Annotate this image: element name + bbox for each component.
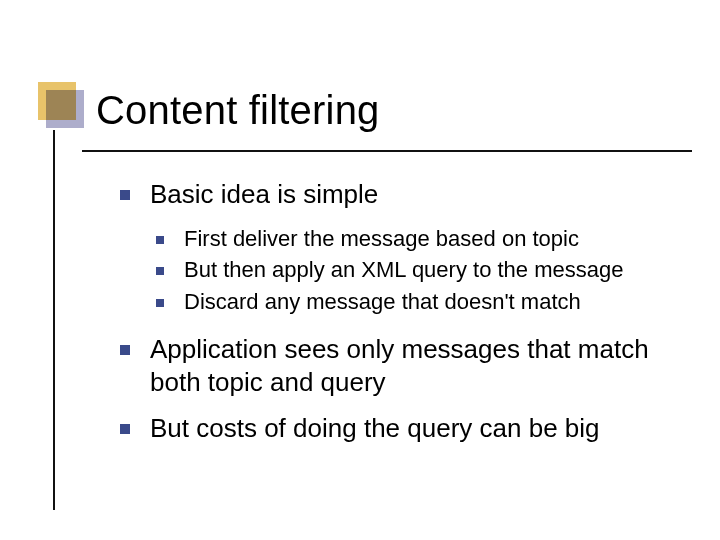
- square-bullet-icon: [120, 190, 130, 200]
- bullet-text: But costs of doing the query can be big: [150, 413, 600, 443]
- ornament-square-violet: [46, 90, 84, 128]
- slide-title: Content filtering: [96, 88, 380, 133]
- bullet-text: Application sees only messages that matc…: [150, 334, 649, 397]
- bullet-level1: But costs of doing the query can be big: [120, 412, 680, 445]
- bullet-level2: First deliver the message based on topic: [156, 225, 680, 253]
- corner-ornament: [38, 82, 82, 126]
- horizontal-rule: [82, 150, 692, 152]
- vertical-rule: [53, 130, 55, 510]
- square-bullet-icon: [156, 236, 164, 244]
- slide-body: Basic idea is simple First deliver the m…: [120, 178, 680, 459]
- bullet-text: But then apply an XML query to the messa…: [184, 257, 623, 282]
- square-bullet-icon: [156, 299, 164, 307]
- slide: Content filtering Basic idea is simple F…: [0, 0, 720, 540]
- bullet-text: First deliver the message based on topic: [184, 226, 579, 251]
- square-bullet-icon: [120, 345, 130, 355]
- bullet-level2: But then apply an XML query to the messa…: [156, 256, 680, 284]
- bullet-level1: Basic idea is simple: [120, 178, 680, 211]
- bullet-text: Discard any message that doesn't match: [184, 289, 581, 314]
- bullet-level2: Discard any message that doesn't match: [156, 288, 680, 316]
- bullet-level1: Application sees only messages that matc…: [120, 333, 680, 398]
- square-bullet-icon: [120, 424, 130, 434]
- sub-bullet-group: First deliver the message based on topic…: [120, 225, 680, 316]
- square-bullet-icon: [156, 267, 164, 275]
- bullet-text: Basic idea is simple: [150, 179, 378, 209]
